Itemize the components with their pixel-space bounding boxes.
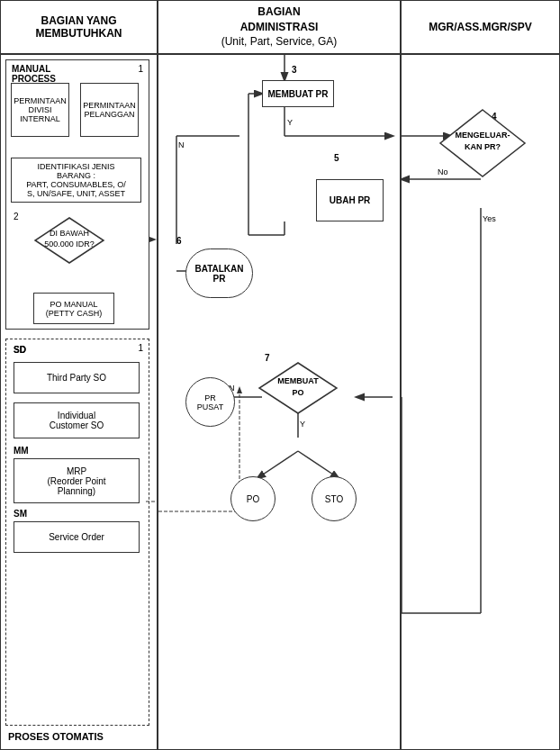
sto-circle: STO <box>312 476 357 521</box>
auto-number-1: 1 <box>138 343 143 353</box>
col-mid-label: BAGIANADMINISTRASI(Unit, Part, Service, … <box>221 5 338 50</box>
mrp-label: MRP (Reorder Point Planning) <box>47 466 105 496</box>
service-order-box: Service Order <box>14 521 140 553</box>
svg-text:N: N <box>178 140 185 149</box>
mengeluar-pr-diamond: MENGELUAR- KAN PR? <box>438 107 528 179</box>
batalkan-pr-label: BATALKAN PR <box>194 264 243 284</box>
individual-customer-so-box: Individual Customer SO <box>14 402 140 438</box>
col-mid-header: BAGIANADMINISTRASI(Unit, Part, Service, … <box>158 1 402 53</box>
col-right-header: MGR/ASS.MGR/SPV <box>402 1 559 53</box>
mm-label: MM <box>14 446 29 456</box>
permintaan-pelanggan-box: PERMINTAAN PELANGGAN <box>80 83 139 137</box>
svg-text:DI BAWAH: DI BAWAH <box>50 229 89 238</box>
svg-line-37 <box>298 451 339 478</box>
automated-section-box: 1 SD SD Third Party SO Individual Custom… <box>5 339 149 726</box>
manual-process-number: 1 <box>138 64 143 74</box>
col-left-header: BAGIAN YANG MEMBUTUHKAN <box>1 1 158 53</box>
membuat-pr-label: MEMBUAT PR <box>267 89 328 99</box>
svg-text:Y: Y <box>287 118 293 127</box>
sd-label-text: SD <box>14 345 26 355</box>
svg-line-36 <box>257 451 298 478</box>
po-label: PO <box>247 494 259 504</box>
identifikasi-box: IDENTIFIKASI JENIS BARANG : PART, CONSUM… <box>11 158 141 203</box>
svg-text:Yes: Yes <box>483 214 496 223</box>
po-manual-box: PO MANUAL (PETTY CASH) <box>33 293 114 324</box>
col-left-label: BAGIAN YANG MEMBUTUHKAN <box>36 14 122 40</box>
content-area: y n MANUAL PROCESS 1 PERMINTAAN DIVISI I… <box>1 55 559 749</box>
svg-text:MENGELUAR-: MENGELUAR- <box>456 131 510 140</box>
di-bawah-diamond: DI BAWAH 500.000 IDR? <box>33 216 105 266</box>
svg-text:PO: PO <box>292 388 303 397</box>
manual-process-box: MANUAL PROCESS 1 PERMINTAAN DIVISI INTER… <box>5 59 149 330</box>
sm-label: SM <box>14 509 27 519</box>
svg-text:500.000 IDR?: 500.000 IDR? <box>44 239 95 248</box>
ubah-pr-label: UBAH PR <box>330 195 371 205</box>
batalkan-pr-circle: BATALKAN PR <box>185 248 253 298</box>
svg-text:3: 3 <box>292 65 297 75</box>
third-party-so-label: Third Party SO <box>47 373 106 383</box>
col-right-label: MGR/ASS.MGR/SPV <box>429 21 532 33</box>
service-order-label: Service Order <box>49 532 104 542</box>
identifikasi-label: IDENTIFIKASI JENIS BARANG : PART, CONSUM… <box>26 162 126 198</box>
svg-text:MEMBUAT: MEMBUAT <box>277 376 319 385</box>
right-panel: No Yes 4 MENGELUAR- KAN PR? <box>402 55 559 749</box>
svg-text:KAN PR?: KAN PR? <box>465 142 501 151</box>
permintaan-divisi-box: PERMINTAAN DIVISI INTERNAL <box>11 83 69 137</box>
individual-customer-so-label: Individual Customer SO <box>50 411 104 430</box>
left-panel: y n MANUAL PROCESS 1 PERMINTAAN DIVISI I… <box>1 55 158 749</box>
po-circle: PO <box>230 476 275 521</box>
ubah-pr-box: UBAH PR <box>316 179 384 221</box>
svg-text:6: 6 <box>176 236 182 246</box>
po-manual-label: PO MANUAL (PETTY CASH) <box>46 300 102 318</box>
number-2: 2 <box>14 212 19 221</box>
permintaan-pelanggan-label: PERMINTAAN PELANGGAN <box>83 101 135 119</box>
sto-label: STO <box>325 494 343 504</box>
mid-panel: Y N 3 <box>158 55 402 749</box>
svg-text:Y: Y <box>300 420 305 429</box>
footer-label: PROSES OTOMATIS <box>8 731 104 742</box>
header-row: BAGIAN YANG MEMBUTUHKAN BAGIANADMINISTRA… <box>1 1 559 55</box>
membuat-po-diamond: MEMBUAT PO <box>257 361 339 415</box>
third-party-so-box: Third Party SO <box>14 362 140 393</box>
mrp-box: MRP (Reorder Point Planning) <box>14 458 140 503</box>
membuat-pr-box: MEMBUAT PR <box>262 80 334 107</box>
pr-pusat-circle: PR PUSAT <box>185 377 235 427</box>
permintaan-divisi-label: PERMINTAAN DIVISI INTERNAL <box>14 96 66 123</box>
svg-text:5: 5 <box>334 153 339 163</box>
page: BAGIAN YANG MEMBUTUHKAN BAGIANADMINISTRA… <box>0 0 560 750</box>
pr-pusat-label: PR PUSAT <box>197 393 223 411</box>
manual-process-label: MANUAL PROCESS <box>12 64 56 84</box>
